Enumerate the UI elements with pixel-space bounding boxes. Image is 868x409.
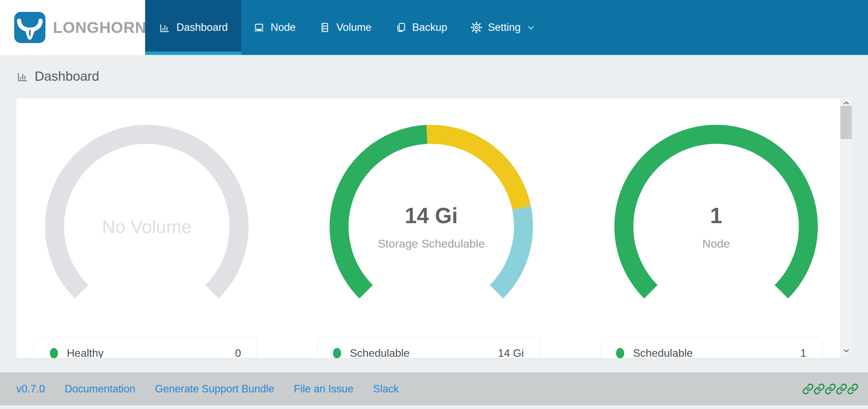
legend-label: Schedulable bbox=[633, 347, 800, 358]
page-title-text: Dashboard bbox=[35, 69, 99, 84]
legend-dot-healthy bbox=[50, 348, 58, 358]
storage-gauge-subtitle: Storage Schedulable bbox=[378, 237, 485, 250]
brand-name: LONGHORN bbox=[53, 18, 146, 37]
chevron-down-icon bbox=[527, 23, 535, 32]
nav-tab-label: Setting bbox=[488, 21, 521, 34]
nav-tab-setting[interactable]: Setting bbox=[459, 0, 547, 55]
main-nav: Dashboard Node Volume Back bbox=[145, 0, 547, 55]
legend-value: 1 bbox=[800, 347, 806, 358]
link-icon bbox=[836, 383, 847, 395]
nav-tab-label: Backup bbox=[412, 21, 447, 34]
footer-link-file-issue[interactable]: File an Issue bbox=[294, 383, 354, 395]
backup-icon bbox=[395, 21, 407, 34]
dashboard-icon bbox=[159, 21, 171, 34]
footer-link-documentation[interactable]: Documentation bbox=[64, 383, 135, 395]
scrollbar-thumb[interactable] bbox=[841, 106, 852, 139]
node-gauge: 1 Node bbox=[611, 121, 821, 332]
connection-status-icons bbox=[803, 383, 859, 395]
legend-value: 14 Gi bbox=[498, 347, 524, 358]
longhorn-logo-icon bbox=[14, 12, 45, 43]
vertical-scrollbar[interactable] bbox=[841, 98, 852, 356]
footer: v0.7.0 Documentation Generate Support Bu… bbox=[0, 372, 868, 405]
nav-tab-dashboard[interactable]: Dashboard bbox=[145, 0, 241, 55]
nav-tab-backup[interactable]: Backup bbox=[383, 0, 459, 55]
top-navbar: LONGHORN Dashboard Node V bbox=[0, 0, 868, 55]
storage-legend-row: Schedulable 14 Gi bbox=[317, 337, 540, 358]
setting-icon bbox=[470, 21, 482, 34]
link-icon bbox=[825, 383, 836, 395]
chevron-down-icon bbox=[843, 348, 850, 353]
node-gauge-value: 1 bbox=[710, 203, 722, 228]
storage-gauge-value: 14 Gi bbox=[405, 203, 458, 228]
footer-links: v0.7.0 Documentation Generate Support Bu… bbox=[16, 383, 399, 395]
node-gauge-subtitle: Node bbox=[702, 237, 730, 250]
legend-value: 0 bbox=[235, 347, 241, 358]
chevron-up-icon bbox=[843, 101, 850, 105]
dashboard-title-icon bbox=[16, 70, 29, 83]
link-icon bbox=[813, 383, 825, 395]
legend-dot-schedulable bbox=[333, 348, 341, 358]
nav-tab-label: Node bbox=[271, 21, 296, 34]
scroll-down-button[interactable] bbox=[841, 346, 852, 355]
page-title: Dashboard bbox=[16, 69, 99, 84]
nav-tab-node[interactable]: Node bbox=[241, 0, 307, 55]
storage-gauge: 14 Gi Storage Schedulable bbox=[326, 121, 536, 332]
nav-tab-volume[interactable]: Volume bbox=[307, 0, 383, 55]
node-legend-row: Schedulable 1 bbox=[600, 337, 822, 358]
nav-tab-label: Volume bbox=[336, 21, 371, 34]
volume-legend-row: Healthy 0 bbox=[34, 337, 257, 358]
footer-link-version[interactable]: v0.7.0 bbox=[16, 383, 45, 395]
no-volume-label: No Volume bbox=[102, 216, 192, 237]
footer-link-support-bundle[interactable]: Generate Support Bundle bbox=[155, 383, 274, 395]
legend-label: Schedulable bbox=[350, 347, 498, 358]
footer-link-slack[interactable]: Slack bbox=[373, 383, 399, 395]
volume-icon bbox=[319, 21, 331, 34]
link-icon bbox=[847, 383, 859, 395]
node-icon bbox=[253, 21, 265, 34]
legend-label: Healthy bbox=[67, 347, 235, 358]
link-icon bbox=[802, 383, 814, 395]
nav-tab-label: Dashboard bbox=[176, 21, 228, 34]
volume-gauge: No Volume bbox=[42, 121, 252, 332]
legend-dot-schedulable bbox=[616, 348, 624, 358]
brand: LONGHORN bbox=[0, 0, 145, 55]
dashboard-card: No Volume 14 Gi Storage Schedulable 1 No… bbox=[16, 98, 840, 358]
